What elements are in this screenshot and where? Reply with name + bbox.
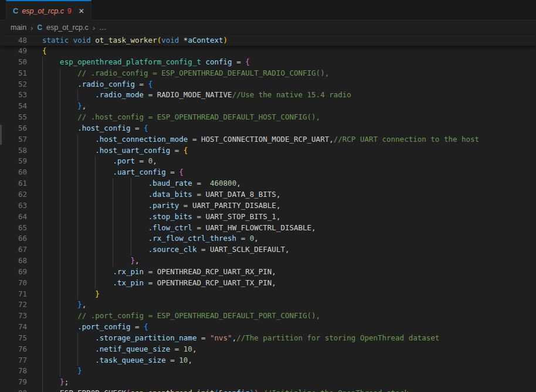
code-token: { [144,322,148,331]
code-token: UART_HW_FLOWCTRL_DISABLE, [205,223,316,232]
line-number: 60 [0,167,27,178]
code-line-clipped[interactable]: 80 ESP_ERROR_CHECK(esp_openthread_init(&… [0,388,536,392]
code-line[interactable]: 78 } [0,366,536,377]
sticky-scroll-line[interactable]: 48 static void ot_task_worker(void *aCon… [0,35,536,46]
code-text: ESP_ERROR_CHECK(esp_openthread_init(&con… [42,388,409,392]
code-text: }, [42,101,86,112]
code-token: ; [65,377,69,386]
code-line[interactable]: 56 .host_config = { [0,123,536,134]
code-line[interactable]: 68 }, [0,255,536,267]
code-line[interactable]: 60 .uart_config = { [0,167,536,178]
code-line[interactable]: 63 .parity = UART_PARITY_DISABLE, [0,200,536,212]
code-line[interactable]: 59 .port = 0, [0,156,536,167]
code-token: = [135,124,144,132]
code-token: config [223,388,250,392]
code-line[interactable]: 76 .netif_queue_size = 10, [0,344,536,355]
code-text: // .radio_config = ESP_OPENTHREAD_DEFAUL… [42,68,329,79]
chevron-right-icon: › [93,23,95,32]
code-token: OPENTHREAD_RCP_UART_RX_PIN, [157,267,276,276]
code-text: } [42,366,82,377]
code-line[interactable]: 53 .radio_mode = RADIO_MODE_NATIVE//Use … [0,90,536,101]
line-number: 59 [0,156,27,167]
code-line[interactable]: 79 }; [0,377,536,388]
code-token: .uart_config [113,168,170,176]
code-token: = [196,223,205,232]
code-line[interactable]: 66 .rx_flow_ctrl_thresh = 0, [0,233,536,244]
code-token: = [184,201,192,210]
code-token: , [82,300,87,309]
code-text: .flow_ctrl = UART_HW_FLOWCTRL_DISABLE, [42,223,316,234]
code-line[interactable]: 54 }, [0,101,536,112]
code-token: ot_task_worker [95,36,157,45]
line-number: 68 [0,255,27,267]
code-line[interactable]: 70 .tx_pin = OPENTHREAD_RCP_UART_TX_PIN, [0,278,536,289]
code-line[interactable]: 52 .radio_config = { [0,79,536,90]
breadcrumb-folder[interactable]: main [11,23,26,32]
code-line[interactable]: 55 // .host_config = ESP_OPENTHREAD_DEFA… [0,112,536,123]
code-text: .tx_pin = OPENTHREAD_RCP_UART_TX_PIN, [42,278,276,289]
code-text: .port = 0, [42,156,157,167]
code-line[interactable]: 65 .flow_ctrl = UART_HW_FLOWCTRL_DISABLE… [0,223,536,234]
code-token: //Initialize the OpenThread stack [263,388,408,392]
code-line[interactable]: 61 .baud_rate = 460800, [0,178,536,189]
c-language-file-icon: C [13,6,18,15]
code-line[interactable]: 73 // .port_config = ESP_OPENTHREAD_DEFA… [0,311,536,322]
code-line[interactable]: 74 .port_config = { [0,322,536,333]
code-line[interactable]: 72 }, [0,299,536,311]
code-line[interactable]: 51 // .radio_config = ESP_OPENTHREAD_DEF… [0,68,536,79]
code-text: }, [42,299,86,311]
code-token: .port_config [77,322,135,331]
code-line[interactable]: 62 .data_bits = UART_DATA_8_BITS, [0,189,536,200]
code-token: } [131,256,135,265]
breadcrumb-file[interactable]: esp_ot_rcp.c [46,23,89,32]
code-line[interactable]: 58 .host_uart_config = { [0,145,536,156]
code-token: ) [223,36,228,45]
code-line[interactable]: 69 .rx_pin = OPENTHREAD_RCP_UART_RX_PIN, [0,267,536,278]
code-token: esp_openthread_init [131,388,215,392]
code-token: void [161,36,184,45]
code-token: // .host_config = ESP_OPENTHREAD_DEFAULT… [77,113,320,121]
code-token: .storage_partition_name [95,333,201,342]
code-token: .baud_rate [148,179,197,188]
left-edge-scrollbar-thumb[interactable] [0,125,2,145]
tab-problems-count-badge: 9 [67,7,72,15]
line-number: 48 [0,35,27,46]
line-number: 79 [0,377,27,388]
code-text: .radio_mode = RADIO_MODE_NATIVE//Use the… [42,90,351,101]
code-token: .host_uart_config [95,146,174,155]
line-number: 55 [0,112,27,123]
code-line[interactable]: 57 .host_connection_mode = HOST_CONNECTI… [0,134,536,145]
code-token: .netif_queue_size [95,345,174,353]
code-token: .source_clk [148,245,201,254]
line-number: 58 [0,145,27,156]
code-area[interactable]: 49{50 esp_openthread_platform_config_t c… [0,46,536,392]
code-token: } [77,101,82,110]
line-number: 71 [0,289,27,300]
code-text: } [42,289,100,300]
code-token: = [140,156,148,165]
line-number: 74 [0,322,27,333]
code-line[interactable]: 64 .stop_bits = UART_STOP_BITS_1, [0,212,536,223]
line-number: 62 [0,189,27,200]
code-token: = [196,212,205,221]
code-token: UART_STOP_BITS_1, [205,212,280,221]
breadcrumb-symbol-ellipsis[interactable]: … [99,23,107,32]
code-token: OPENTHREAD_RCP_UART_TX_PIN, [157,278,276,287]
code-line[interactable]: 77 .task_queue_size = 10, [0,355,536,366]
line-number: 77 [0,355,27,366]
code-token: ) [254,388,259,392]
code-line[interactable]: 67 .source_clk = UART_SCLK_DEFAULT, [0,244,536,255]
tab-esp-ot-rcp[interactable]: C esp_ot_rcp.c 9 ✕ [6,0,91,21]
line-number: 66 [0,233,27,244]
code-line[interactable]: 71 } [0,289,536,300]
code-token: // .port_config = ESP_OPENTHREAD_DEFAULT… [77,311,320,320]
code-line[interactable]: 50 esp_openthread_platform_config_t conf… [0,57,536,68]
code-line[interactable]: 75 .storage_partition_name = "nvs",//The… [0,333,536,344]
code-token: , [82,101,87,110]
code-text: .data_bits = UART_DATA_8_BITS, [42,189,280,200]
code-token: .flow_ctrl [148,223,197,232]
close-icon[interactable]: ✕ [79,7,84,15]
code-line[interactable]: 49{ [0,46,536,57]
code-token: UART_PARITY_DISABLE, [192,201,281,210]
code-token: .rx_flow_ctrl_thresh [148,234,241,243]
